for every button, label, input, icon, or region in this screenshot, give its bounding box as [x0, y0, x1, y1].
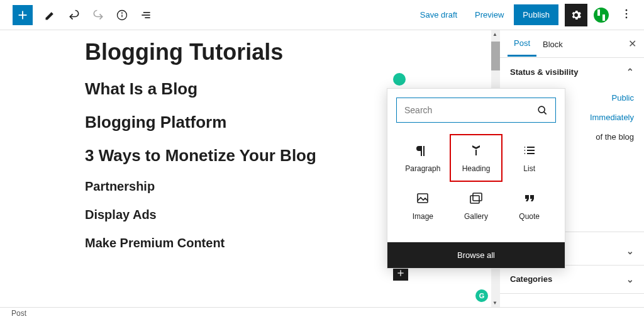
block-label: List: [523, 164, 535, 173]
footer-breadcrumb: Post: [0, 307, 644, 319]
sidebar-tabs: Post Block ✕: [500, 30, 644, 58]
settings-button[interactable]: [565, 4, 587, 26]
jetpack-icon: [594, 8, 609, 23]
block-type-image[interactable]: Image: [396, 182, 450, 230]
save-draft-button[interactable]: Save draft: [413, 5, 465, 25]
block-search-input[interactable]: [396, 98, 556, 123]
search-field-wrap: [396, 98, 556, 123]
close-sidebar-button[interactable]: ✕: [628, 38, 636, 50]
status-visibility-header[interactable]: Status & visibility ⌃: [500, 58, 644, 86]
block-label: Gallery: [464, 212, 488, 221]
block-label: Heading: [462, 164, 491, 173]
block-label: Paragraph: [405, 164, 440, 173]
outline-button[interactable]: [135, 4, 157, 26]
scrollbar-thumb[interactable]: [491, 42, 500, 70]
panel-title: Categories: [510, 274, 552, 284]
toolbar-right: Save draft Preview Publish: [413, 4, 638, 26]
svg-rect-20: [473, 193, 482, 201]
info-button[interactable]: [111, 4, 133, 26]
scroll-down-icon[interactable]: ▼: [492, 300, 497, 306]
grammarly-icon[interactable]: [393, 73, 406, 86]
browse-all-button[interactable]: Browse all: [387, 242, 565, 268]
publish-value[interactable]: Immediately: [590, 113, 634, 122]
svg-point-8: [626, 9, 628, 11]
edit-mode-button[interactable]: [39, 4, 62, 26]
jetpack-button[interactable]: [590, 4, 613, 26]
publish-button[interactable]: Publish: [514, 4, 558, 25]
top-toolbar: Save draft Preview Publish: [0, 0, 644, 30]
svg-line-12: [544, 112, 547, 115]
format-text: of the blog: [596, 132, 634, 142]
block-type-paragraph[interactable]: Paragraph: [396, 134, 450, 182]
block-type-quote[interactable]: Quote: [502, 182, 556, 230]
scroll-up-icon[interactable]: ▲: [492, 31, 497, 37]
tab-post[interactable]: Post: [508, 31, 536, 57]
block-grid: Paragraph Heading List Image Gallery Quo…: [387, 132, 565, 242]
svg-rect-21: [470, 196, 479, 203]
search-icon: [536, 104, 548, 118]
block-label: Quote: [519, 212, 540, 221]
block-inserter-popover: Paragraph Heading List Image Gallery Quo…: [387, 88, 565, 269]
visibility-value[interactable]: Public: [612, 93, 634, 103]
redo-button[interactable]: [87, 4, 109, 26]
block-type-heading[interactable]: Heading: [450, 134, 503, 182]
grammarly-icon[interactable]: [475, 289, 488, 302]
svg-point-9: [626, 13, 628, 15]
svg-point-11: [538, 106, 545, 113]
block-type-list[interactable]: List: [502, 134, 556, 182]
breadcrumb-item[interactable]: Post: [11, 309, 26, 318]
svg-rect-19: [418, 194, 428, 203]
chevron-up-icon: ⌃: [626, 67, 634, 77]
block-type-gallery[interactable]: Gallery: [450, 182, 503, 230]
chevron-down-icon: ⌄: [626, 274, 634, 284]
svg-point-10: [626, 17, 628, 19]
toolbar-left: [6, 4, 157, 26]
svg-point-4: [122, 13, 123, 13]
more-options-button[interactable]: [615, 4, 638, 26]
categories-header[interactable]: Categories ⌄: [500, 266, 644, 293]
panel-title: Status & visibility: [510, 67, 578, 77]
add-block-button[interactable]: [13, 5, 33, 25]
search-wrap: [387, 89, 565, 132]
chevron-down-icon: ⌄: [626, 246, 634, 256]
categories-panel: Categories ⌄: [500, 266, 644, 294]
undo-button[interactable]: [63, 4, 86, 26]
block-label: Image: [413, 212, 433, 221]
preview-button[interactable]: Preview: [467, 5, 511, 25]
tab-block[interactable]: Block: [536, 32, 569, 56]
post-title[interactable]: Blogging Tutorials: [85, 39, 499, 65]
